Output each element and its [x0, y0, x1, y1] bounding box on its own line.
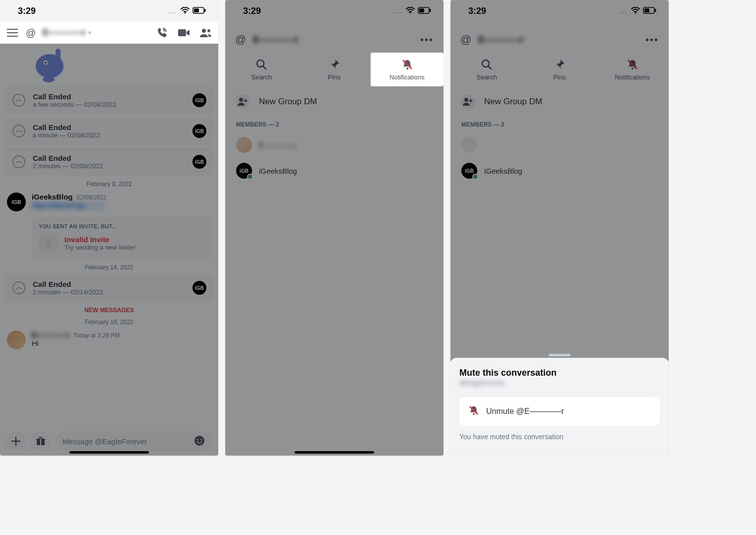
date-divider: February 9, 2022 [0, 181, 218, 188]
svg-rect-14 [56, 49, 61, 68]
video-call-icon[interactable] [178, 26, 190, 39]
svg-point-39 [624, 12, 625, 13]
svg-rect-6 [194, 8, 199, 12]
unmute-button[interactable]: Unmute @E————r [459, 397, 660, 426]
more-icon[interactable]: ••• [420, 34, 434, 46]
member-name: E————r [259, 141, 296, 149]
svg-point-1 [171, 12, 172, 13]
attach-button[interactable] [6, 431, 26, 451]
msg-username[interactable]: E————r [32, 331, 69, 339]
new-group-dm-button[interactable]: New Group DM [225, 86, 443, 117]
profile-header: @ E————r ••• [225, 27, 443, 53]
call-ended-card[interactable]: Call Endeda few seconds — 02/08/2022 iGB [5, 86, 213, 114]
message-input[interactable]: Message @EagleForever [56, 431, 212, 451]
at-icon: @ [460, 33, 471, 46]
input-placeholder: Message @EagleForever [63, 437, 147, 446]
channel-name[interactable]: E————r [478, 35, 638, 45]
profile-header: @ E————r ••• [450, 27, 669, 53]
call-sub: a few seconds — 02/08/2022 [33, 101, 186, 108]
wifi-icon [181, 6, 189, 16]
svg-point-13 [45, 62, 47, 64]
add-user-icon [460, 94, 475, 109]
svg-point-24 [197, 439, 198, 440]
member-avatar-icon: iGB [236, 163, 252, 179]
tab-pins[interactable]: Pins [298, 53, 371, 86]
member-avatar-icon: iGB [461, 163, 477, 179]
tab-search[interactable]: Search [450, 53, 523, 86]
call-title: Call Ended [33, 280, 186, 288]
svg-point-46 [631, 67, 633, 69]
invite-card[interactable]: YOU SENT AN INVITE, BUT... Invalid Invit… [32, 217, 211, 259]
message[interactable]: E————rToday at 3:28 PM Hi [0, 329, 218, 351]
bell-muted-icon [401, 59, 413, 70]
call-ended-card[interactable]: Call Ended2 minutes — 02/08/2022 iGB [5, 148, 213, 176]
svg-point-36 [239, 98, 243, 102]
wifi-icon [406, 6, 415, 16]
tab-row: Search Pins Notifications [225, 53, 443, 86]
tab-pins[interactable]: Pins [523, 53, 596, 86]
member-row[interactable]: E————r [225, 132, 443, 158]
status-bar: 3:29 [0, 0, 218, 22]
presence-dot-icon [87, 30, 92, 35]
svg-point-25 [200, 439, 202, 440]
svg-point-38 [622, 12, 623, 13]
tab-notifications[interactable]: Notifications [596, 53, 669, 86]
add-user-icon [235, 94, 250, 109]
tab-label: Notifications [389, 73, 425, 81]
call-sub: 2 minutes — 02/14/2022 [33, 288, 186, 296]
member-avatar-icon [461, 137, 477, 153]
channel-name[interactable]: E————r [253, 35, 413, 45]
igb-badge-icon: iGB [192, 155, 206, 169]
home-indicator[interactable] [69, 451, 149, 454]
presence-dot-icon [247, 174, 253, 180]
bell-muted-icon [627, 59, 638, 70]
svg-rect-22 [40, 439, 41, 445]
message[interactable]: iGB iGeeksBlog02/09/2022 https://discord… [0, 191, 218, 213]
members-icon[interactable] [199, 26, 212, 39]
member-row[interactable] [450, 132, 669, 158]
igb-badge-icon: iGB [192, 281, 206, 295]
status-time: 3:29 [243, 6, 261, 16]
svg-point-0 [169, 12, 170, 13]
call-sub: 2 minutes — 02/08/2022 [33, 162, 186, 170]
svg-point-37 [620, 12, 621, 13]
igb-badge-icon: iGB [192, 124, 206, 138]
tab-notifications[interactable]: Notifications [371, 53, 443, 86]
svg-point-30 [410, 12, 411, 13]
tab-search[interactable]: Search [225, 53, 298, 86]
sheet-handle[interactable] [549, 354, 570, 356]
call-ended-icon [12, 155, 26, 169]
date-divider: February 18, 2022 [0, 319, 218, 326]
unmute-label: Unmute @E————r [486, 407, 564, 416]
member-name: iGeeksBlog [259, 167, 297, 175]
new-group-dm-button[interactable]: New Group DM [450, 86, 669, 117]
search-icon [255, 59, 267, 70]
svg-rect-32 [419, 8, 424, 12]
more-icon[interactable]: ••• [645, 34, 659, 46]
call-ended-card[interactable]: Call Endeda minute — 02/08/2022 iGB [5, 117, 213, 145]
call-ended-icon [12, 124, 26, 138]
igb-badge-icon: iGB [192, 93, 206, 107]
call-ended-card[interactable]: Call Ended2 minutes — 02/14/2022 iGB [5, 274, 213, 302]
member-row[interactable]: iGB iGeeksBlog [450, 158, 669, 184]
gift-button[interactable] [31, 431, 51, 451]
avatar-icon[interactable]: iGB [7, 193, 26, 211]
voice-call-icon[interactable] [156, 26, 169, 39]
emoji-icon[interactable] [193, 435, 205, 448]
phone-panel-2: 3:29 @ E————r ••• Search Pins Notificati… [225, 0, 443, 456]
menu-icon[interactable] [6, 26, 19, 39]
call-ended-icon [12, 93, 26, 107]
svg-point-28 [398, 12, 399, 13]
message-scroll[interactable]: Call Endeda few seconds — 02/08/2022 iGB… [0, 44, 218, 427]
svg-point-15 [43, 76, 55, 82]
member-row[interactable]: iGB iGeeksBlog [225, 158, 443, 184]
msg-username[interactable]: iGeeksBlog [32, 193, 73, 201]
home-indicator[interactable] [295, 451, 374, 454]
members-heading: MEMBERS — 2 [450, 117, 669, 132]
tab-label: Search [252, 73, 272, 81]
pin-icon [554, 59, 566, 70]
channel-name[interactable]: E————r [43, 28, 149, 38]
msg-link[interactable]: https://discord.gg [32, 201, 105, 209]
avatar-icon[interactable] [7, 331, 26, 349]
sheet-subtitle: @EagleForever [459, 379, 504, 387]
